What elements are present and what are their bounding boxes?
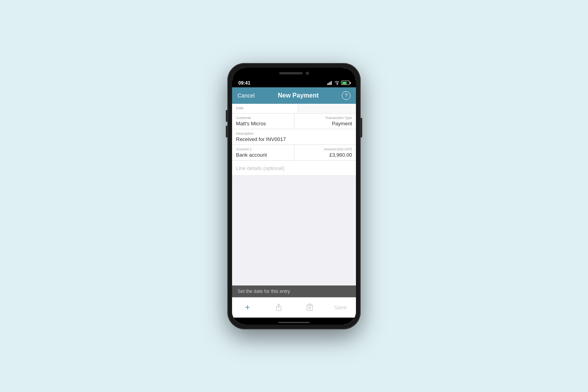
share-icon [275,303,282,311]
phone-screen: 09:41 [232,68,356,325]
status-icons [327,81,350,85]
form-spacer [232,176,356,285]
date-row-right [298,104,356,113]
bottom-toolbar: + [232,297,356,318]
form-area: Date Customer Matt's Micros Transaction … [232,104,356,318]
svg-rect-2 [330,82,330,85]
amount-cell[interactable]: Amount (Incl-VAT) £3,960.00 [294,145,356,160]
customer-label: Customer [236,116,290,120]
battery-icon [341,81,350,85]
account2-value: Bank account [236,152,290,158]
description-row: Description Received for INV0017 [232,129,356,145]
battery-fill [342,82,347,84]
date-row: Date [232,104,356,114]
status-bar: 09:41 [232,79,356,87]
page-title: New Payment [278,92,319,99]
customer-row: Customer Matt's Micros Transaction Type … [232,114,356,129]
svg-rect-8 [309,304,311,305]
description-cell[interactable]: Description Received for INV0017 [232,129,356,145]
trash-icon [307,303,313,311]
footer-hint-text: Set the date for this entry [238,289,290,294]
transaction-type-label: Transaction Type [298,116,352,120]
line-details-row[interactable]: Line details (optional) [232,161,356,176]
delete-button[interactable] [294,303,325,311]
svg-rect-0 [327,83,328,85]
description-value: Received for INV0017 [236,136,352,142]
phone-speaker [279,72,303,74]
account2-cell[interactable]: Account 2 Bank account [232,145,294,160]
transaction-type-value: Payment [298,121,352,126]
nav-bar: Cancel New Payment ? [232,87,356,104]
account-amount-row: Account 2 Bank account Amount (Incl-VAT)… [232,145,356,161]
power-button[interactable] [361,118,362,137]
date-cell[interactable]: Date [232,104,298,113]
customer-value: Matt's Micros [236,121,290,126]
description-label: Description [236,132,352,135]
account2-label: Account 2 [236,147,290,151]
volume-up-button[interactable] [226,110,227,122]
add-button[interactable]: + [232,302,263,313]
home-indicator [232,318,356,325]
signal-icon [327,81,333,85]
svg-rect-3 [331,81,332,85]
transaction-type-cell[interactable]: Transaction Type Payment [294,114,356,129]
status-time: 09:41 [238,80,250,86]
amount-label: Amount (Incl-VAT) [298,147,352,151]
save-label: Save [334,304,347,311]
svg-rect-1 [328,83,329,85]
cancel-button[interactable]: Cancel [238,92,255,99]
phone-device: 09:41 [227,63,361,329]
save-button[interactable]: Save [325,304,356,311]
home-bar [278,322,310,323]
wifi-icon [334,81,339,85]
customer-cell[interactable]: Customer Matt's Micros [232,114,294,129]
phone-notch [232,68,356,79]
phone-camera [306,72,309,75]
line-details-placeholder: Line details (optional) [236,165,285,171]
footer-hint: Set the date for this entry [232,285,356,297]
form-rows: Date Customer Matt's Micros Transaction … [232,104,356,176]
share-button[interactable] [263,303,294,311]
add-icon: + [245,302,250,313]
help-button[interactable]: ? [342,91,350,100]
date-label: Date [236,106,294,110]
volume-down-button[interactable] [226,126,227,137]
amount-value: £3,960.00 [298,152,352,158]
